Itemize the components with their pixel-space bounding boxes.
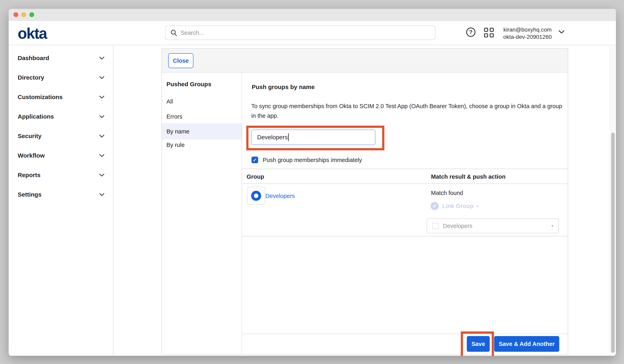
tab-label: Errors <box>166 113 182 120</box>
push-groups-dialog: Close Pushed Groups All Errors By name <box>161 48 568 355</box>
group-link[interactable]: Developers <box>265 193 295 199</box>
main-area: Close Pushed Groups All Errors By name <box>113 46 616 356</box>
browser-window: okta ? kiran@boxyhq.com okta-dev-2090126… <box>9 9 616 356</box>
help-icon[interactable]: ? <box>466 27 475 37</box>
chevron-down-icon <box>99 76 104 79</box>
dialog-toolbar: Close <box>162 49 568 73</box>
grid-square <box>484 28 488 32</box>
sidebar-item-reports[interactable]: Reports <box>9 165 113 185</box>
desktop: okta ? kiran@boxyhq.com okta-dev-2090126… <box>0 0 624 364</box>
chevron-down-icon <box>99 154 104 157</box>
save-button[interactable]: Save <box>467 336 490 352</box>
table-header-match: Match result & push action <box>431 174 506 180</box>
sidebar-nav: Dashboard Directory Customizations Appli… <box>9 46 113 356</box>
sidebar-item-security[interactable]: Security <box>9 126 113 146</box>
tab-label: All <box>166 98 173 105</box>
traffic-light-minimize[interactable] <box>21 12 26 17</box>
tab-all[interactable]: All <box>162 94 242 109</box>
caret-down-icon: ▾ <box>477 204 479 208</box>
search-input[interactable] <box>181 29 402 36</box>
grid-square <box>490 28 494 32</box>
grid-square <box>490 33 494 37</box>
sidebar-item-label: Reports <box>18 172 40 179</box>
checkbox-label: Push group memberships immediately <box>263 157 362 163</box>
sidebar-item-label: Dashboard <box>18 55 49 61</box>
check-icon: ✓ <box>253 157 257 163</box>
footer-border <box>242 334 568 334</box>
chevron-down-icon <box>99 193 104 196</box>
pushed-groups-panel: Pushed Groups All Errors By name By rule <box>162 73 242 354</box>
sidebar-item-workflow[interactable]: Workflow <box>9 146 113 165</box>
sidebar-item-label: Settings <box>18 191 41 198</box>
sidebar-item-applications[interactable]: Applications <box>9 107 113 126</box>
description-text: To sync group memberships from Okta to S… <box>251 101 565 121</box>
text-caret <box>288 133 289 141</box>
group-name-value: Developers <box>257 134 288 141</box>
sidebar-item-label: Customizations <box>18 94 62 101</box>
table-header-group: Group <box>247 174 264 180</box>
account-email: kiran@boxyhq.com <box>501 26 554 33</box>
tab-label: By name <box>166 128 189 135</box>
table-top-border <box>242 169 568 169</box>
tab-errors[interactable]: Errors <box>162 109 242 124</box>
group-name-input[interactable]: Developers <box>251 130 376 145</box>
match-status: Match found <box>431 190 463 196</box>
search-icon <box>170 29 177 36</box>
search-box[interactable] <box>165 26 435 40</box>
panel-title: Pushed Groups <box>166 81 211 88</box>
traffic-light-close[interactable] <box>13 12 18 17</box>
help-glyph: ? <box>469 29 472 35</box>
app-header: okta ? kiran@boxyhq.com okta-dev-2090126… <box>9 21 616 45</box>
traffic-light-zoom[interactable] <box>29 12 34 17</box>
chevron-down-icon[interactable] <box>558 30 565 34</box>
scrollbar-thumb[interactable] <box>611 132 615 353</box>
link-group-button[interactable]: Link Group ▾ <box>431 202 478 210</box>
page-title: Push groups by name <box>252 84 315 90</box>
chevron-down-icon <box>99 134 104 138</box>
grid-square <box>484 33 488 37</box>
sidebar-item-customizations[interactable]: Customizations <box>9 87 113 107</box>
sidebar-item-directory[interactable]: Directory <box>9 68 113 87</box>
linked-group-select[interactable]: Developers ▾ <box>427 218 559 233</box>
chevron-down-icon <box>99 174 104 177</box>
row-bottom-border <box>242 236 568 236</box>
sidebar-item-label: Directory <box>18 74 44 81</box>
by-name-content: Push groups by name To sync group member… <box>242 73 568 354</box>
chevron-down-icon <box>99 96 104 99</box>
group-ring-icon <box>251 191 261 201</box>
sidebar-item-dashboard[interactable]: Dashboard <box>9 48 113 68</box>
select-caret-icon: ▾ <box>551 224 553 228</box>
window-titlebar <box>9 9 616 21</box>
sidebar-item-label: Security <box>18 133 41 139</box>
content-area: Dashboard Directory Customizations Appli… <box>9 46 616 356</box>
table-header-border <box>242 183 568 184</box>
tab-label: By rule <box>166 142 184 148</box>
save-add-another-button[interactable]: Save & Add Another <box>494 336 559 352</box>
apps-grid-icon[interactable] <box>484 28 494 37</box>
select-value: Developers <box>443 223 472 229</box>
app-icon-placeholder <box>432 223 439 229</box>
sidebar-item-label: Applications <box>18 113 54 120</box>
link-group-label: Link Group <box>442 203 473 209</box>
sidebar-item-settings[interactable]: Settings <box>9 185 113 204</box>
push-immediately-checkbox[interactable]: ✓ <box>252 156 258 163</box>
scrollbar-track[interactable] <box>610 46 616 356</box>
link-icon <box>431 202 439 210</box>
account-org: okta-dev-20901260 <box>501 33 554 41</box>
group-avatar <box>247 187 265 205</box>
close-button[interactable]: Close <box>168 53 193 68</box>
sidebar-item-label: Workflow <box>18 152 45 159</box>
chevron-down-icon <box>99 115 104 118</box>
account-menu[interactable]: kiran@boxyhq.com okta-dev-20901260 <box>501 26 554 41</box>
chevron-down-icon <box>99 56 104 60</box>
tab-by-rule[interactable]: By rule <box>162 137 242 152</box>
tab-by-name[interactable]: By name <box>162 123 242 139</box>
okta-logo: okta <box>18 25 47 42</box>
